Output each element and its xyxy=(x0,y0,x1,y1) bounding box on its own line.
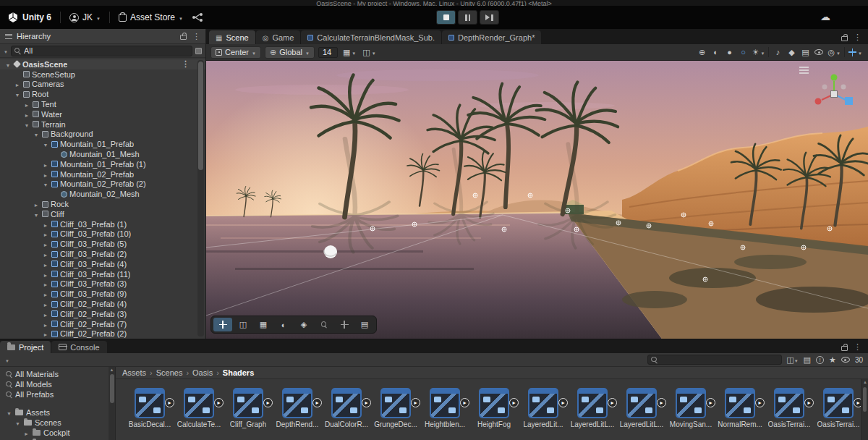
hierarchy-item[interactable]: Root xyxy=(0,89,205,99)
folder-assets[interactable]: Assets xyxy=(0,407,115,418)
services-button[interactable] xyxy=(192,12,203,22)
expand-arrow[interactable] xyxy=(42,140,49,148)
asset-item[interactable]: OasisTerrai... xyxy=(816,388,861,440)
lock-icon[interactable] xyxy=(841,36,848,41)
expand-arrow[interactable] xyxy=(42,179,49,188)
asset-item[interactable]: GrungeDec... xyxy=(373,388,418,440)
hierarchy-item[interactable]: Cliff_02_Prefab (3) xyxy=(0,309,205,319)
asset-item[interactable]: OasisTerrai... xyxy=(767,388,812,440)
project-search-input[interactable] xyxy=(660,355,778,364)
visibility-eye-icon[interactable] xyxy=(812,46,825,59)
expand-arrow[interactable] xyxy=(14,90,21,98)
expand-subassets-icon[interactable] xyxy=(263,398,273,407)
orientation-dropdown[interactable]: Global xyxy=(265,46,315,59)
gizmos-toggle-icon[interactable] xyxy=(847,46,864,59)
expand-subassets-icon[interactable] xyxy=(362,398,371,407)
expand-arrow[interactable] xyxy=(42,250,49,258)
hierarchy-item[interactable]: Terrain xyxy=(0,119,205,130)
asset-item[interactable]: Cliff_Graph xyxy=(226,388,271,440)
effects-toggle-icon[interactable]: ◆ xyxy=(785,46,798,59)
tab-shadergraph-1[interactable]: CalculateTerrainBlendMask_Sub. xyxy=(301,30,441,44)
lock-icon[interactable] xyxy=(180,35,187,40)
hierarchy-search-input[interactable] xyxy=(24,46,189,55)
expand-subassets-icon[interactable] xyxy=(608,398,617,407)
zoom-tool-button[interactable] xyxy=(315,318,333,331)
hierarchy-item[interactable]: SceneSetup xyxy=(0,69,205,80)
play-button[interactable] xyxy=(436,10,456,25)
hierarchy-item[interactable]: Cliff_03_Prefab (1) xyxy=(0,219,205,229)
asset-store-menu[interactable]: Asset Store xyxy=(119,12,183,22)
tab-scene[interactable]: Scene xyxy=(209,30,255,44)
hierarchy-item[interactable]: Cliff_03_Prefab (9) xyxy=(0,289,205,299)
step-button[interactable] xyxy=(480,10,499,25)
expand-arrow[interactable] xyxy=(42,160,49,169)
expand-subassets-icon[interactable] xyxy=(214,398,224,407)
hierarchy-item[interactable]: Cliff_03_Prefab (2) xyxy=(0,249,205,259)
expand-arrow[interactable] xyxy=(14,418,21,427)
asset-item[interactable]: LayeredLitL... xyxy=(619,388,664,440)
hierarchy-item[interactable]: Mountain_01_Prefab (1) xyxy=(0,159,205,169)
expand-arrow[interactable] xyxy=(42,260,49,268)
asset-grid-scrollbar[interactable] xyxy=(861,379,868,440)
hierarchy-item[interactable]: Cameras xyxy=(0,80,205,90)
expand-subassets-icon[interactable] xyxy=(657,398,666,407)
hierarchy-item[interactable]: Cliff_03_Prefab (5) xyxy=(0,239,205,249)
asset-item[interactable]: DualColorR... xyxy=(324,388,369,440)
expand-arrow[interactable] xyxy=(42,270,49,279)
fog-toggle-icon[interactable]: ● xyxy=(723,46,736,59)
expand-arrow[interactable] xyxy=(42,220,49,229)
expand-arrow[interactable] xyxy=(42,300,49,308)
skybox-toggle-icon[interactable]: ◐ xyxy=(710,46,723,59)
terrain-tool-button[interactable]: ▤ xyxy=(355,318,374,331)
expand-arrow[interactable] xyxy=(42,279,49,288)
breadcrumb-oasis[interactable]: Oasis xyxy=(192,368,213,377)
folder-scenes[interactable]: Scenes xyxy=(0,418,115,428)
favorites-star-icon[interactable]: ★ xyxy=(829,355,836,365)
kebab-icon[interactable] xyxy=(854,33,861,42)
tab-project[interactable]: Project xyxy=(0,341,51,353)
expand-subassets-icon[interactable] xyxy=(312,398,322,407)
hierarchy-item[interactable]: Mountain_01_Mesh xyxy=(0,149,205,159)
asset-item[interactable]: HeightFog xyxy=(472,388,516,440)
asset-item[interactable]: LayeredLit... xyxy=(521,388,566,440)
pause-button[interactable] xyxy=(458,10,477,25)
expand-arrow[interactable] xyxy=(42,320,49,329)
expand-arrow[interactable] xyxy=(42,310,49,318)
hierarchy-item[interactable]: Cliff_02_Prefab (4) xyxy=(0,299,205,309)
hierarchy-item[interactable]: Mountain_02_Prefab (2) xyxy=(0,179,205,190)
create-menu-icon[interactable] xyxy=(5,355,9,364)
hierarchy-item[interactable]: Rock xyxy=(0,199,205,209)
hierarchy-item[interactable]: Water xyxy=(0,109,205,119)
hierarchy-scrollbar[interactable] xyxy=(197,60,204,337)
expand-arrow[interactable] xyxy=(42,170,49,179)
hierarchy-item[interactable]: Cliff_03_Prefab (3) xyxy=(0,279,205,289)
kebab-icon[interactable] xyxy=(854,342,861,352)
asset-item[interactable]: CalculateTe... xyxy=(176,388,221,440)
asset-item[interactable]: NormalRem... xyxy=(718,388,762,440)
move-tool-button[interactable] xyxy=(213,318,232,331)
kebab-icon[interactable] xyxy=(192,32,200,41)
hierarchy-search-field[interactable] xyxy=(11,46,192,56)
hierarchy-item[interactable]: Cliff xyxy=(0,209,205,219)
expand-arrow[interactable] xyxy=(23,120,30,129)
create-menu-icon[interactable] xyxy=(4,46,8,55)
hierarchy-item[interactable]: Cliff_02_Prefab (2) xyxy=(0,329,205,339)
grid-size-field[interactable]: 14 xyxy=(318,47,338,58)
asset-item[interactable]: DepthRend... xyxy=(275,388,320,440)
scene-picking-icon[interactable] xyxy=(195,48,202,54)
hierarchy-item[interactable]: Tent xyxy=(0,99,205,109)
project-search-field[interactable] xyxy=(647,355,782,365)
sphere-brush-tool-button[interactable]: ◐ xyxy=(274,318,293,331)
hierarchy-item-scene[interactable]: OasisScene xyxy=(0,59,205,69)
expand-arrow[interactable] xyxy=(42,229,49,238)
expand-arrow[interactable] xyxy=(42,329,49,338)
breadcrumb-assets[interactable]: Assets xyxy=(122,368,146,377)
hierarchy-item[interactable]: Mountain_01_Prefab xyxy=(0,139,205,149)
lighting-toggle-dropdown[interactable]: ☀ xyxy=(751,46,767,59)
layout-toggle-icon[interactable]: ◫ xyxy=(786,355,798,365)
expand-arrow[interactable] xyxy=(33,130,40,138)
audio-toggle-icon[interactable]: ♪ xyxy=(771,46,784,59)
account-menu[interactable]: JK xyxy=(69,12,101,22)
expand-arrow[interactable] xyxy=(14,80,21,88)
hierarchy-item[interactable]: Mountain_02_Prefab xyxy=(0,169,205,179)
